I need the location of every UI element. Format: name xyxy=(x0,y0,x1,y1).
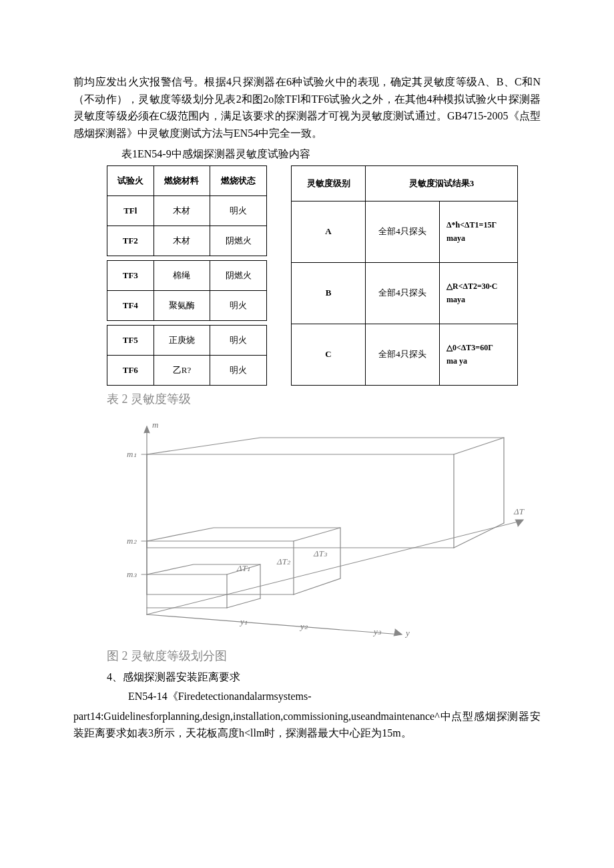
table-1: 试验火 燃烧材料 燃烧状态 TFl木材明火 TF2木材阴燃火 TF3棉绳阴燃火 … xyxy=(107,165,267,386)
t1-h2: 燃烧材料 xyxy=(154,165,210,195)
paragraph-2b: part14:Guidelinesforplanning,design,inst… xyxy=(73,708,541,742)
label-y2: y₂ xyxy=(299,621,308,631)
table-row: TFl木材明火 xyxy=(107,195,267,226)
table-row: TF6乙R?明火 xyxy=(107,355,267,385)
paragraph-2a: EN54-14《Firedetectionandalarmsystems- xyxy=(107,688,541,705)
label-dt1: ΔT₁ xyxy=(236,563,250,573)
tables-row: 试验火 燃烧材料 燃烧状态 TFl木材明火 TF2木材阴燃火 TF3棉绳阴燃火 … xyxy=(107,165,541,386)
table-row: TF2木材阴燃火 xyxy=(107,226,267,256)
table-row: TF5正庚烧明火 xyxy=(107,325,267,355)
svg-line-1 xyxy=(147,614,400,634)
table-row: C 全部4只探头 △0<ΔT3=60Γ ma ya xyxy=(292,324,518,385)
table-row: TF4聚氨酶明火 xyxy=(107,290,267,320)
label-y3: y₃ xyxy=(372,626,382,636)
section-4-title: 4、感烟探测器安装距离要求 xyxy=(107,669,541,686)
figure2-caption: 图 2 灵敏度等级划分图 xyxy=(107,646,541,666)
paragraph-intro: 前均应发出火灾报警信号。根据4只探测器在6种试验火中的表现，确定其灵敏度等级A、… xyxy=(73,73,541,141)
table-row: A 全部4只探头 Δ*h<ΔT1=15Γmaya xyxy=(292,201,518,262)
t2-h1: 灵敏度级别 xyxy=(292,165,366,201)
label-m2: m₂ xyxy=(127,536,137,546)
table-row: B 全部4只探头 △R<ΔT2=30·C maya xyxy=(292,262,518,324)
table1-caption: 表1EN54-9中感烟探测器灵敏度试验内容 xyxy=(100,145,541,163)
t1-h3: 燃烧状态 xyxy=(210,165,267,195)
t1-h1: 试验火 xyxy=(107,165,154,195)
t2-h2: 灵敏度泅试结果3 xyxy=(366,165,518,201)
figure-2: m m₁ m₂ m₃ ΔT₁ ΔT₂ ΔT₃ ΔT y y₁ y₂ y₃ xyxy=(107,414,541,641)
label-y1: y₁ xyxy=(239,616,248,626)
table-2: 灵敏度级别 灵敏度泅试结果3 A 全部4只探头 Δ*h<ΔT1=15Γmaya … xyxy=(291,165,518,386)
table-row: 灵敏度级别 灵敏度泅试结果3 xyxy=(292,165,518,201)
label-dt3: ΔT₃ xyxy=(313,548,328,558)
axis-label-dt: ΔT xyxy=(513,506,525,516)
axis-label-y: y xyxy=(404,628,410,638)
table2-caption: 表 2 灵敏度等级 xyxy=(107,390,541,409)
table-row: 试验火 燃烧材料 燃烧状态 xyxy=(107,165,267,195)
label-m3: m₃ xyxy=(127,569,137,579)
table-row: TF3棉绳阴燃火 xyxy=(107,260,267,290)
sensitivity-cube-diagram: m m₁ m₂ m₃ ΔT₁ ΔT₂ ΔT₃ ΔT y y₁ y₂ y₃ xyxy=(107,414,534,641)
axis-label-m: m xyxy=(152,420,158,430)
label-m1: m₁ xyxy=(127,449,137,459)
svg-line-2 xyxy=(147,521,521,614)
label-dt2: ΔT₂ xyxy=(276,556,291,566)
